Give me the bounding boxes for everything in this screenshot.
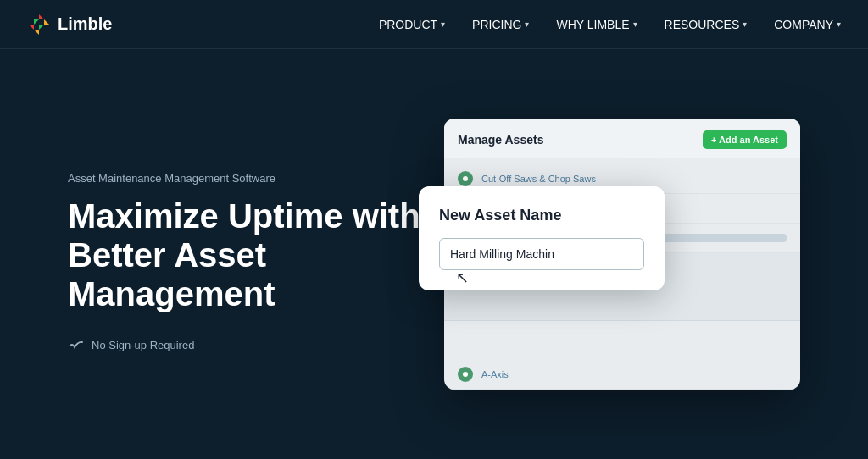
- chevron-down-icon: ▾: [441, 19, 445, 29]
- row-text-1: Cut-Off Saws & Chop Saws: [481, 174, 596, 184]
- svg-point-9: [463, 372, 468, 377]
- nav-company-label: COMPANY: [774, 18, 833, 31]
- hero-left: Asset Maintenance Management Software Ma…: [68, 172, 424, 354]
- nav-company[interactable]: COMPANY ▾: [774, 18, 841, 31]
- spacer-row-2: [444, 321, 800, 346]
- asset-name-input[interactable]: [439, 238, 644, 270]
- svg-point-6: [463, 176, 468, 181]
- modal-input-wrapper: ↖: [439, 238, 644, 270]
- check-icon: [68, 337, 85, 354]
- cursor-icon: ↖: [456, 270, 469, 285]
- svg-marker-5: [34, 30, 39, 35]
- svg-marker-2: [39, 25, 44, 30]
- chevron-down-icon: ▾: [743, 19, 747, 29]
- new-asset-modal: New Asset Name ↖: [419, 186, 665, 290]
- row-text-4: A-Axis: [481, 369, 509, 379]
- no-signup-text: No Sign-up Required: [92, 339, 194, 351]
- table-row: A-Axis: [444, 360, 800, 390]
- row-icon-1: [458, 171, 473, 186]
- modal-title: New Asset Name: [439, 207, 644, 224]
- svg-marker-1: [44, 19, 49, 25]
- add-asset-button[interactable]: + Add an Asset: [703, 130, 787, 149]
- nav-pricing[interactable]: PRICING ▾: [472, 18, 529, 31]
- logo-text: Limble: [58, 14, 112, 34]
- row-icon-4: [458, 367, 473, 382]
- limble-logo-icon: [27, 13, 51, 36]
- nav-pricing-label: PRICING: [472, 18, 521, 31]
- dashboard-header: Manage Assets + Add an Asset: [444, 119, 800, 158]
- dashboard-title: Manage Assets: [458, 133, 543, 147]
- hero-right: Manage Assets + Add an Asset Cut-Off Saw…: [436, 119, 800, 406]
- svg-marker-4: [29, 25, 34, 30]
- hero-section: Asset Maintenance Management Software Ma…: [0, 49, 868, 459]
- dashboard-bottom: A-Axis HARC Unit: [444, 353, 800, 390]
- no-signup-badge: No Sign-up Required: [68, 337, 424, 354]
- nav-product-label: PRODUCT: [379, 18, 437, 31]
- nav-product[interactable]: PRODUCT ▾: [379, 18, 445, 31]
- chevron-down-icon: ▾: [525, 19, 529, 29]
- hero-title: Maximize Uptime with Better Asset Manage…: [68, 196, 424, 313]
- chevron-down-icon: ▾: [633, 19, 637, 29]
- navbar: Limble PRODUCT ▾ PRICING ▾ WHY LIMBLE ▾ …: [0, 0, 868, 49]
- nav-why-limble-label: WHY LIMBLE: [556, 18, 629, 31]
- nav-links: PRODUCT ▾ PRICING ▾ WHY LIMBLE ▾ RESOURC…: [379, 18, 841, 31]
- nav-why-limble[interactable]: WHY LIMBLE ▾: [556, 18, 637, 31]
- chevron-down-icon: ▾: [837, 19, 841, 29]
- logo[interactable]: Limble: [27, 13, 112, 36]
- svg-marker-0: [39, 14, 44, 19]
- nav-resources-label: RESOURCES: [665, 18, 740, 31]
- hero-subtitle: Asset Maintenance Management Software: [68, 172, 424, 185]
- nav-resources[interactable]: RESOURCES ▾: [665, 18, 748, 31]
- svg-marker-3: [34, 19, 39, 25]
